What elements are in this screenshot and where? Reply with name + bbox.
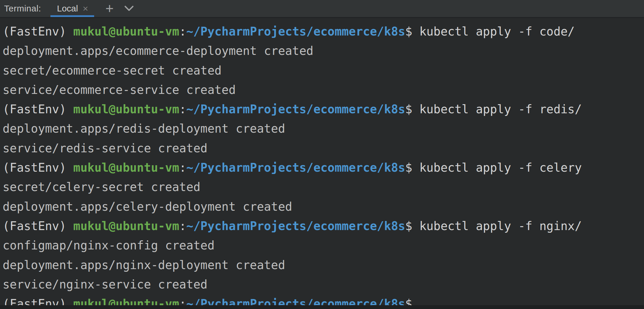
- terminal-line: (FastEnv) mukul@ubuntu-vm:~/PycharmProje…: [3, 22, 644, 41]
- terminal-segment-plain: (FastEnv): [3, 161, 73, 174]
- terminal-segment-plain: :: [179, 161, 186, 174]
- terminal-segment-plain: :: [179, 25, 186, 38]
- terminal-segment-plain: (FastEnv): [3, 219, 73, 233]
- terminal-segment-out: service/ecommerce-service created: [3, 83, 236, 97]
- chevron-down-glyph: [124, 5, 134, 12]
- terminal-line: deployment.apps/nginx-deployment created: [3, 255, 644, 275]
- terminal-segment-cmd: kubectl apply -f code/: [412, 25, 575, 38]
- terminal-segment-plain: (FastEnv): [3, 102, 73, 116]
- terminal-segment-plain: $: [405, 161, 412, 174]
- terminal-segment-out: service/nginx-service created: [3, 278, 207, 291]
- tab-local[interactable]: Local ×: [50, 0, 94, 17]
- terminal-segment-plain: :: [179, 102, 186, 116]
- terminal-line: secret/celery-secret created: [3, 177, 644, 197]
- terminal-line: deployment.apps/redis-deployment created: [3, 119, 644, 138]
- chevron-down-icon[interactable]: [122, 5, 136, 12]
- terminal-label: Terminal:: [4, 4, 41, 13]
- terminal-segment-out: secret/ecommerce-secret created: [3, 64, 222, 77]
- terminal-line: secret/ecommerce-secret created: [3, 61, 644, 80]
- terminal-segment-plain: $: [405, 219, 412, 233]
- terminal-segment-user: mukul@ubuntu-vm: [73, 25, 179, 38]
- terminal-segment-cmd: kubectl apply -f nginx/: [412, 219, 582, 233]
- terminal-segment-out: service/redis-service created: [3, 141, 207, 155]
- close-icon[interactable]: ×: [83, 4, 88, 13]
- terminal-segment-plain: :: [179, 219, 186, 233]
- terminal-segment-path: ~/PycharmProjects/ecommerce/k8s: [186, 25, 405, 38]
- bottom-edge: [0, 305, 644, 309]
- terminal-segment-path: ~/PycharmProjects/ecommerce/k8s: [186, 102, 405, 116]
- terminal-line: deployment.apps/celery-deployment create…: [3, 197, 644, 216]
- terminal-segment-out: configmap/nginx-config created: [3, 239, 214, 252]
- terminal-segment-user: mukul@ubuntu-vm: [73, 102, 179, 116]
- terminal-segment-out: deployment.apps/redis-deployment created: [3, 122, 285, 135]
- new-tab-button[interactable]: +: [102, 0, 117, 17]
- terminal-output[interactable]: (FastEnv) mukul@ubuntu-vm:~/PycharmProje…: [0, 18, 644, 309]
- terminal-segment-out: secret/celery-secret created: [3, 180, 200, 194]
- tab-local-label: Local: [57, 4, 78, 13]
- terminal-segment-plain: $: [405, 25, 412, 38]
- terminal-line: configmap/nginx-config created: [3, 236, 644, 255]
- terminal-line: (FastEnv) mukul@ubuntu-vm:~/PycharmProje…: [3, 216, 644, 236]
- terminal-line: service/nginx-service created: [3, 275, 644, 294]
- terminal-line: service/redis-service created: [3, 139, 644, 158]
- terminal-line: (FastEnv) mukul@ubuntu-vm:~/PycharmProje…: [3, 158, 644, 177]
- terminal-segment-out: deployment.apps/nginx-deployment created: [3, 258, 285, 272]
- terminal-segment-out: deployment.apps/celery-deployment create…: [3, 200, 292, 213]
- terminal-segment-out: deployment.apps/ecommerce-deployment cre…: [3, 44, 313, 58]
- terminal-segment-path: ~/PycharmProjects/ecommerce/k8s: [186, 161, 405, 174]
- terminal-segment-cmd: kubectl apply -f celery: [412, 161, 582, 174]
- terminal-segment-path: ~/PycharmProjects/ecommerce/k8s: [186, 219, 405, 233]
- terminal-segment-plain: (FastEnv): [3, 25, 73, 38]
- terminal-segment-user: mukul@ubuntu-vm: [73, 219, 179, 233]
- terminal-segment-cmd: kubectl apply -f redis/: [412, 102, 582, 116]
- terminal-line: (FastEnv) mukul@ubuntu-vm:~/PycharmProje…: [3, 99, 644, 119]
- terminal-line: service/ecommerce-service created: [3, 80, 644, 99]
- active-tab-underline: [50, 15, 94, 17]
- terminal-line: deployment.apps/ecommerce-deployment cre…: [3, 41, 644, 60]
- terminal-segment-plain: $: [405, 102, 412, 116]
- terminal-segment-user: mukul@ubuntu-vm: [73, 161, 179, 174]
- terminal-tabbar: Terminal: Local × +: [0, 0, 644, 17]
